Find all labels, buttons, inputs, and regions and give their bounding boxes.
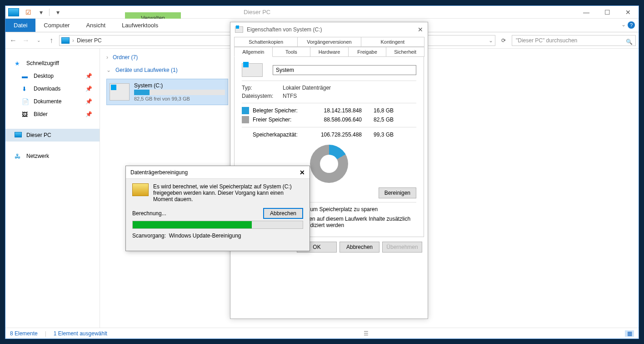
cleanup-message: Es wird berechnet, wie viel Speicherplat…	[153, 183, 303, 202]
used-bytes: 18.142.158.848	[304, 107, 362, 114]
ribbon-tab-view[interactable]: Ansicht	[78, 19, 114, 32]
up-button[interactable]: ↑	[46, 36, 56, 45]
apply-button[interactable]: Übernehmen	[382, 242, 422, 253]
chevron-down-icon[interactable]: ⌄	[621, 21, 626, 28]
sidebar-item-label: Netzwerk	[26, 153, 49, 159]
forward-button[interactable]: →	[21, 36, 31, 45]
sidebar-item-label: Dieser PC	[26, 132, 51, 138]
sidebar-this-pc[interactable]: Dieser PC	[5, 129, 100, 142]
help-icon[interactable]: ?	[628, 21, 635, 29]
cleanup-button[interactable]: Bereinigen	[379, 187, 416, 198]
picture-icon: 🖼	[22, 111, 30, 118]
used-label: Belegter Speicher:	[253, 107, 304, 114]
free-bytes: 88.586.096.640	[304, 116, 362, 123]
capacity-bytes: 106.728.255.488	[304, 132, 362, 138]
file-menu[interactable]: Datei	[5, 19, 35, 32]
view-details-button[interactable]: ☰	[361, 330, 370, 337]
document-icon: 📄	[22, 98, 30, 105]
desktop-icon: ▬	[22, 73, 30, 80]
drive-system-c[interactable]: System (C:) 82,5 GB frei von 99,3 GB	[106, 79, 228, 105]
scan-label: Scanvorgang:	[132, 233, 166, 239]
pin-icon: 📌	[85, 86, 92, 92]
ribbon-tab-drivetools[interactable]: Laufwerktools	[114, 19, 166, 32]
tab-previous-versions[interactable]: Vorgängerversionen	[297, 37, 361, 47]
close-button[interactable]: ✕	[418, 26, 423, 33]
drive-icon	[235, 26, 243, 33]
status-item-count: 8 Elemente	[10, 330, 38, 337]
group-label: Geräte und Laufwerke (1)	[115, 67, 178, 73]
path-dropdown-icon[interactable]: ⌄	[489, 37, 493, 44]
type-value: Lokaler Datenträger	[283, 85, 331, 91]
status-bar: 8 Elemente | 1 Element ausgewählt ☰ ▦	[5, 328, 639, 339]
sidebar-item-downloads[interactable]: ⬇ Downloads 📌	[5, 82, 100, 95]
dialog-titlebar[interactable]: Datenträgerbereinigung ✕	[126, 166, 310, 179]
tab-quota[interactable]: Kontingent	[361, 37, 424, 47]
breadcrumb[interactable]: Dieser PC	[77, 37, 102, 44]
view-large-icons-button[interactable]: ▦	[625, 330, 634, 337]
sidebar-quick-access[interactable]: ★ Schnellzugriff	[5, 57, 100, 70]
drive-name: System (C:)	[134, 82, 225, 89]
cancel-button[interactable]: Abbrechen	[263, 208, 303, 219]
chevron-down-icon: ⌄	[106, 67, 111, 73]
drive-free-text: 82,5 GB frei von 99,3 GB	[134, 96, 225, 101]
type-label: Typ:	[242, 85, 283, 91]
pc-icon	[15, 132, 23, 139]
pin-icon: 📌	[85, 111, 92, 117]
tab-general[interactable]: Allgemein	[234, 47, 273, 57]
close-button[interactable]: ✕	[618, 6, 639, 19]
usage-donut-chart	[310, 145, 348, 183]
tab-tools[interactable]: Tools	[272, 47, 311, 57]
filesystem-value: NTFS	[283, 93, 297, 99]
dialog-title: Datenträgerbereinigung	[130, 169, 188, 176]
sidebar-item-label: Downloads	[34, 86, 60, 92]
drive-usage-bar	[134, 90, 225, 95]
tab-sharing[interactable]: Freigabe	[348, 47, 387, 57]
tab-hardware[interactable]: Hardware	[310, 47, 349, 57]
pin-icon: 📌	[85, 98, 92, 105]
network-icon: 🖧	[15, 153, 23, 160]
volume-name-input[interactable]: System	[273, 65, 416, 75]
qat-overflow-icon[interactable]: ▾	[51, 9, 64, 16]
free-label: Freier Speicher:	[253, 116, 304, 123]
minimize-button[interactable]: —	[576, 6, 597, 19]
search-input[interactable]: "Dieser PC" durchsuchen 🔍	[512, 35, 636, 46]
back-button[interactable]: ←	[8, 36, 18, 45]
dropdown-icon[interactable]: ▾	[35, 9, 47, 16]
system-icon[interactable]	[8, 8, 19, 16]
progress-bar	[132, 221, 303, 229]
capacity-human: 99,3 GB	[362, 132, 394, 138]
refresh-button[interactable]: ⟳	[498, 37, 509, 44]
dialog-title: Eigenschaften von System (C:)	[247, 26, 322, 33]
group-label: Ordner (7)	[113, 54, 138, 61]
sidebar-item-label: Bilder	[34, 111, 48, 117]
tab-security[interactable]: Sicherheit	[386, 47, 424, 57]
capacity-label: Speicherkapazität:	[253, 132, 304, 138]
cancel-button[interactable]: Abbrechen	[339, 242, 379, 253]
recent-locations-icon[interactable]: ⌄	[34, 38, 44, 43]
maximize-button[interactable]: ☐	[597, 6, 618, 19]
sidebar-item-desktop[interactable]: ▬ Desktop 📌	[5, 70, 100, 82]
status-selection: 1 Element ausgewählt	[54, 330, 107, 337]
drive-icon	[242, 63, 263, 77]
scan-value: Windows Update-Bereinigung	[169, 233, 241, 239]
quick-access-toolbar: ☑ ▾ ▾ Dieser PC — ☐ ✕	[5, 6, 639, 19]
broom-icon	[132, 183, 149, 196]
sidebar-item-documents[interactable]: 📄 Dokumente 📌	[5, 95, 100, 108]
chevron-right-icon: ›	[106, 54, 108, 61]
close-icon[interactable]: ✕	[300, 169, 305, 176]
search-icon: 🔍	[626, 37, 633, 47]
sidebar-item-pictures[interactable]: 🖼 Bilder 📌	[5, 108, 100, 121]
used-human: 16,8 GB	[362, 107, 394, 114]
checkbox-icon[interactable]: ☑	[22, 9, 35, 16]
free-swatch	[242, 116, 249, 123]
sidebar-label: Schnellzugriff	[26, 60, 59, 66]
tab-shadowcopies[interactable]: Schattenkopien	[234, 37, 298, 47]
search-placeholder: "Dieser PC" durchsuchen	[516, 37, 577, 44]
download-icon: ⬇	[22, 86, 30, 92]
ribbon-tab-computer[interactable]: Computer	[35, 19, 78, 32]
used-swatch	[242, 107, 249, 114]
sidebar-network[interactable]: 🖧 Netzwerk	[5, 150, 100, 162]
sidebar-item-label: Desktop	[34, 73, 54, 79]
dialog-titlebar[interactable]: Eigenschaften von System (C:) ✕	[230, 22, 428, 37]
free-human: 82,5 GB	[362, 116, 394, 123]
